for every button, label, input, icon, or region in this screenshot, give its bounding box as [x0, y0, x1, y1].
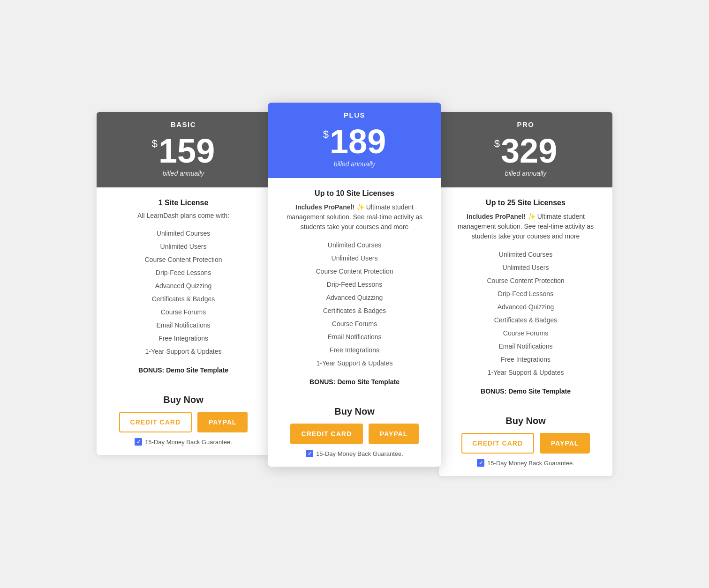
feature-item-pro-5: Certificates & Badges [453, 313, 598, 327]
plan-billed-basic: billed annually [106, 170, 261, 177]
plan-header-basic: BASIC $ 159 billed annually [97, 112, 270, 187]
buy-section-pro: Buy Now CREDIT CARD PAYPAL 15-Day Money … [439, 416, 612, 476]
plan-card-plus: PLUS $ 189 billed annually Up to 10 Site… [268, 103, 441, 467]
feature-item-basic-5: Certificates & Badges [111, 292, 256, 305]
credit-card-button-pro[interactable]: CREDIT CARD [461, 433, 534, 454]
plan-card-pro: PRO $ 329 billed annually Up to 25 Site … [439, 112, 612, 476]
plan-price-number-pro: 329 [501, 134, 557, 168]
checkbox-icon-basic [135, 438, 142, 446]
credit-card-button-basic[interactable]: CREDIT CARD [119, 412, 192, 432]
feature-item-plus-5: Certificates & Badges [282, 304, 427, 317]
bonus-line-plus: BONUS: Demo Site Template [282, 378, 427, 386]
feature-item-plus-1: Unlimited Users [282, 252, 427, 265]
plan-price-symbol-basic: $ [152, 138, 158, 150]
credit-card-button-plus[interactable]: CREDIT CARD [290, 424, 363, 444]
feature-item-plus-4: Advanced Quizzing [282, 291, 427, 304]
plan-price-symbol-pro: $ [494, 138, 500, 150]
guarantee-basic: 15-Day Money Back Guarantee. [106, 438, 261, 446]
guarantee-pro: 15-Day Money Back Guarantee. [448, 459, 603, 467]
feature-item-basic-7: Email Notifications [111, 319, 256, 332]
pricing-container: BASIC $ 159 billed annually 1 Site Licen… [97, 112, 612, 476]
plan-price-number-plus: 189 [330, 125, 386, 158]
guarantee-text-basic: 15-Day Money Back Guarantee. [145, 439, 232, 446]
feature-item-basic-9: 1-Year Support & Updates [111, 345, 256, 358]
buy-section-plus: Buy Now CREDIT CARD PAYPAL 15-Day Money … [268, 406, 441, 467]
guarantee-text-plus: 15-Day Money Back Guarantee. [316, 450, 403, 457]
paypal-button-pro[interactable]: PAYPAL [540, 433, 590, 454]
feature-item-pro-6: Course Forums [453, 327, 598, 340]
plan-card-basic: BASIC $ 159 billed annually 1 Site Licen… [97, 112, 270, 455]
plan-billed-plus: billed annually [277, 160, 432, 168]
plan-price-row-plus: $ 189 [277, 125, 432, 158]
feature-item-basic-4: Advanced Quizzing [111, 279, 256, 292]
btn-row-pro: CREDIT CARD PAYPAL [448, 433, 603, 454]
feature-item-plus-9: 1-Year Support & Updates [282, 357, 427, 370]
feature-item-pro-2: Course Content Protection [453, 274, 598, 287]
plan-price-number-basic: 159 [158, 134, 215, 168]
feature-item-pro-9: 1-Year Support & Updates [453, 366, 598, 379]
feature-item-plus-7: Email Notifications [282, 330, 427, 343]
plan-body-pro: Up to 25 Site Licenses Includes ProPanel… [439, 187, 612, 416]
checkbox-icon-pro [477, 459, 484, 467]
plan-subtitle-plus: Includes ProPanel! ✨ Ultimate student ma… [282, 202, 427, 232]
btn-row-basic: CREDIT CARD PAYPAL [106, 412, 261, 432]
feature-item-plus-3: Drip-Feed Lessons [282, 278, 427, 291]
feature-item-basic-2: Course Content Protection [111, 253, 256, 266]
feature-item-plus-6: Course Forums [282, 317, 427, 330]
buy-now-label-plus: Buy Now [277, 406, 432, 417]
plan-price-row-pro: $ 329 [448, 134, 603, 168]
plan-body-plus: Up to 10 Site Licenses Includes ProPanel… [268, 178, 441, 406]
guarantee-plus: 15-Day Money Back Guarantee. [277, 450, 432, 457]
btn-row-plus: CREDIT CARD PAYPAL [277, 424, 432, 444]
plan-header-pro: PRO $ 329 billed annually [439, 112, 612, 187]
plan-price-symbol-plus: $ [323, 128, 329, 141]
guarantee-text-pro: 15-Day Money Back Guarantee. [487, 460, 574, 467]
buy-section-basic: Buy Now CREDIT CARD PAYPAL 15-Day Money … [97, 394, 270, 455]
feature-item-basic-1: Unlimited Users [111, 240, 256, 253]
checkbox-icon-plus [306, 450, 313, 457]
plan-license-basic: 1 Site License [111, 199, 256, 207]
plan-body-basic: 1 Site License All LearnDash plans come … [97, 187, 270, 394]
paypal-button-plus[interactable]: PAYPAL [369, 424, 419, 444]
plan-header-plus: PLUS $ 189 billed annually [268, 103, 441, 178]
feature-item-pro-8: Free Integrations [453, 353, 598, 366]
paypal-button-basic[interactable]: PAYPAL [197, 412, 248, 432]
plan-name-basic: BASIC [106, 120, 261, 128]
plan-intro-basic: All LearnDash plans come with: [111, 212, 256, 219]
buy-now-label-basic: Buy Now [106, 394, 261, 405]
features-list-plus: Unlimited CoursesUnlimited UsersCourse C… [282, 238, 427, 370]
plan-name-pro: PRO [448, 120, 603, 128]
features-list-basic: Unlimited CoursesUnlimited UsersCourse C… [111, 227, 256, 358]
feature-item-pro-1: Unlimited Users [453, 261, 598, 274]
feature-item-pro-0: Unlimited Courses [453, 248, 598, 261]
feature-item-plus-2: Course Content Protection [282, 265, 427, 278]
feature-item-plus-8: Free Integrations [282, 343, 427, 357]
plan-subtitle-pro: Includes ProPanel! ✨ Ultimate student ma… [453, 212, 598, 241]
feature-item-basic-0: Unlimited Courses [111, 227, 256, 240]
bonus-line-basic: BONUS: Demo Site Template [111, 366, 256, 374]
feature-item-pro-7: Email Notifications [453, 340, 598, 353]
plan-name-plus: PLUS [277, 111, 432, 119]
plan-license-pro: Up to 25 Site Licenses [453, 199, 598, 207]
buy-now-label-pro: Buy Now [448, 416, 603, 426]
feature-item-basic-8: Free Integrations [111, 332, 256, 345]
feature-item-plus-0: Unlimited Courses [282, 238, 427, 252]
plan-price-row-basic: $ 159 [106, 134, 261, 168]
plan-billed-pro: billed annually [448, 170, 603, 177]
feature-item-basic-6: Course Forums [111, 305, 256, 319]
feature-item-pro-3: Drip-Feed Lessons [453, 287, 598, 300]
feature-item-pro-4: Advanced Quizzing [453, 300, 598, 313]
bonus-line-pro: BONUS: Demo Site Template [453, 387, 598, 395]
plan-license-plus: Up to 10 Site Licenses [282, 189, 427, 198]
feature-item-basic-3: Drip-Feed Lessons [111, 266, 256, 279]
features-list-pro: Unlimited CoursesUnlimited UsersCourse C… [453, 248, 598, 379]
